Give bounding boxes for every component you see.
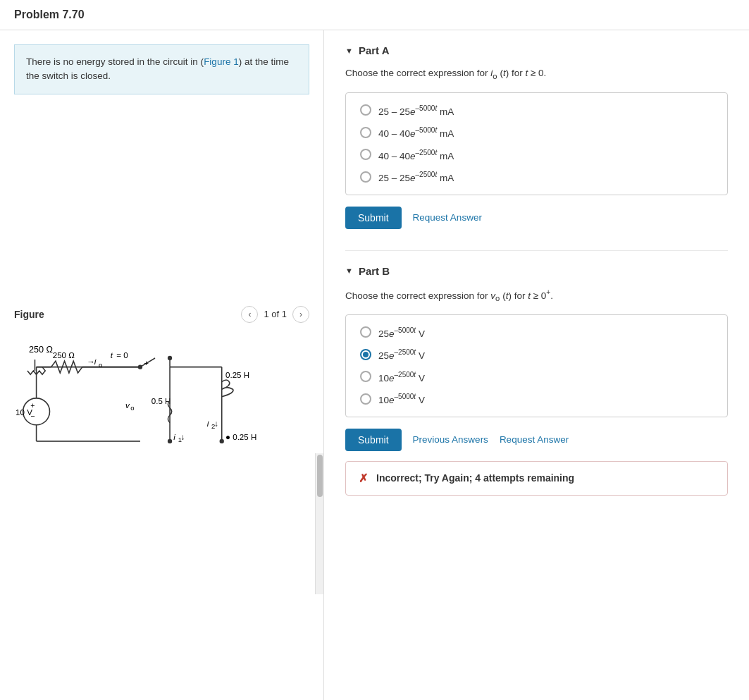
svg-text:0.25 H: 0.25 H <box>225 371 249 379</box>
figure-link[interactable]: Figure 1 <box>204 56 239 67</box>
part-a-chevron: ▼ <box>345 47 353 55</box>
svg-text:= 0: = 0 <box>116 351 128 360</box>
part-a-question: Choose the correct expression for io (t)… <box>345 66 728 82</box>
main-layout: There is no energy stored in the circuit… <box>0 30 749 700</box>
part-b-action-row: Submit Previous Answers Request Answer <box>345 429 728 451</box>
svg-text:+: + <box>144 358 149 367</box>
info-box: There is no energy stored in the circuit… <box>14 44 309 94</box>
figure-page: 1 of 1 <box>264 309 287 319</box>
scrollbar[interactable] <box>315 453 323 594</box>
part-b-option-2-label: 25e–2500t V <box>378 348 425 361</box>
part-b-option-4[interactable]: 10e–5000t V <box>360 393 713 405</box>
part-a-section: ▼ Part A Choose the correct expression f… <box>345 44 728 229</box>
part-a-submit-button[interactable]: Submit <box>345 207 402 229</box>
error-icon: ✗ <box>359 472 368 485</box>
part-a-request-answer-link[interactable]: Request Answer <box>413 212 482 223</box>
figure-section: Figure ‹ 1 of 1 › 250 Ω <box>14 306 309 473</box>
svg-text:10 V: 10 V <box>16 408 32 417</box>
part-b-option-2[interactable]: 25e–2500t V <box>360 348 713 361</box>
svg-text:250 Ω: 250 Ω <box>53 351 75 360</box>
part-b-option-3[interactable]: 10e–2500t V <box>360 371 713 383</box>
part-a-radio-3[interactable] <box>360 149 371 160</box>
part-b-option-1-label: 25e–5000t V <box>378 326 425 339</box>
svg-text:↓: ↓ <box>214 419 218 427</box>
part-a-radio-4[interactable] <box>360 171 371 183</box>
error-box: ✗ Incorrect; Try Again; 4 attempts remai… <box>345 461 728 496</box>
part-a-header: ▼ Part A <box>345 44 728 56</box>
part-b-radio-3[interactable] <box>360 371 371 382</box>
part-a-option-2[interactable]: 40 – 40e–5000t mA <box>360 126 713 139</box>
part-a-option-1[interactable]: 25 – 25e–5000t mA <box>360 104 713 117</box>
error-message: Incorrect; Try Again; 4 attempts remaini… <box>376 472 574 484</box>
svg-text:i: i <box>94 357 97 366</box>
part-b-request-answer-link[interactable]: Request Answer <box>500 434 569 445</box>
svg-text:↓: ↓ <box>181 432 185 441</box>
svg-text:i: i <box>173 432 175 441</box>
figure-nav: ‹ 1 of 1 › <box>241 306 309 323</box>
part-b-submit-button[interactable]: Submit <box>345 429 402 451</box>
page-container: Problem 7.70 There is no energy stored i… <box>0 0 749 700</box>
svg-text:250 Ω: 250 Ω <box>29 344 53 354</box>
figure-header: Figure ‹ 1 of 1 › <box>14 306 309 323</box>
part-a-option-3-label: 40 – 40e–2500t mA <box>378 149 454 161</box>
part-b-divider <box>345 250 728 251</box>
part-b-radio-4[interactable] <box>360 393 371 405</box>
part-a-action-row: Submit Request Answer <box>345 207 728 229</box>
part-b-option-4-label: 10e–5000t V <box>378 393 425 405</box>
part-b-radio-2[interactable] <box>360 349 371 360</box>
scrollbar-thumb[interactable] <box>317 455 323 497</box>
svg-text:o: o <box>130 403 134 411</box>
part-a-label: Part A <box>359 44 390 56</box>
part-a-option-1-label: 25 – 25e–5000t mA <box>378 104 454 117</box>
svg-text:o: o <box>99 360 102 368</box>
next-figure-button[interactable]: › <box>292 306 309 323</box>
svg-text:t: t <box>111 351 113 360</box>
part-a-option-4-label: 25 – 25e–2500t mA <box>378 171 454 183</box>
left-panel: There is no energy stored in the circuit… <box>0 30 324 700</box>
part-b-option-1[interactable]: 25e–5000t V <box>360 326 713 339</box>
part-b-section: ▼ Part B Choose the correct expression f… <box>345 265 728 496</box>
part-a-option-2-label: 40 – 40e–5000t mA <box>378 126 454 139</box>
circuit-svg: 250 Ω + − <box>14 330 296 471</box>
page-title: Problem 7.70 <box>0 0 749 30</box>
part-b-label: Part B <box>359 265 390 277</box>
part-a-option-4[interactable]: 25 – 25e–2500t mA <box>360 171 713 183</box>
info-text-1: There is no energy stored in the circuit… <box>26 56 204 67</box>
part-a-options-box: 25 – 25e–5000t mA 40 – 40e–5000t mA 40 –… <box>345 92 728 195</box>
circuit-diagram: 250 Ω + − <box>14 330 309 473</box>
part-a-radio-2[interactable] <box>360 127 371 138</box>
part-a-radio-1[interactable] <box>360 104 371 116</box>
part-b-options-box: 25e–5000t V 25e–2500t V 10e–2500t V 10e–… <box>345 314 728 417</box>
svg-text:i: i <box>207 419 209 427</box>
part-b-question: Choose the correct expression for vo (t)… <box>345 287 728 305</box>
svg-text:● 0.25 H: ● 0.25 H <box>225 432 256 441</box>
part-b-previous-answers-link[interactable]: Previous Answers <box>413 434 488 445</box>
part-b-radio-1[interactable] <box>360 326 371 338</box>
svg-point-35 <box>168 438 172 443</box>
figure-label: Figure <box>14 309 44 320</box>
svg-point-36 <box>220 438 224 443</box>
prev-figure-button[interactable]: ‹ <box>241 306 258 323</box>
part-b-header: ▼ Part B <box>345 265 728 277</box>
right-panel: ▼ Part A Choose the correct expression f… <box>324 30 749 700</box>
part-b-chevron: ▼ <box>345 266 353 275</box>
svg-text:v: v <box>125 400 130 409</box>
part-b-option-3-label: 10e–2500t V <box>378 371 425 383</box>
part-a-option-3[interactable]: 40 – 40e–2500t mA <box>360 149 713 161</box>
